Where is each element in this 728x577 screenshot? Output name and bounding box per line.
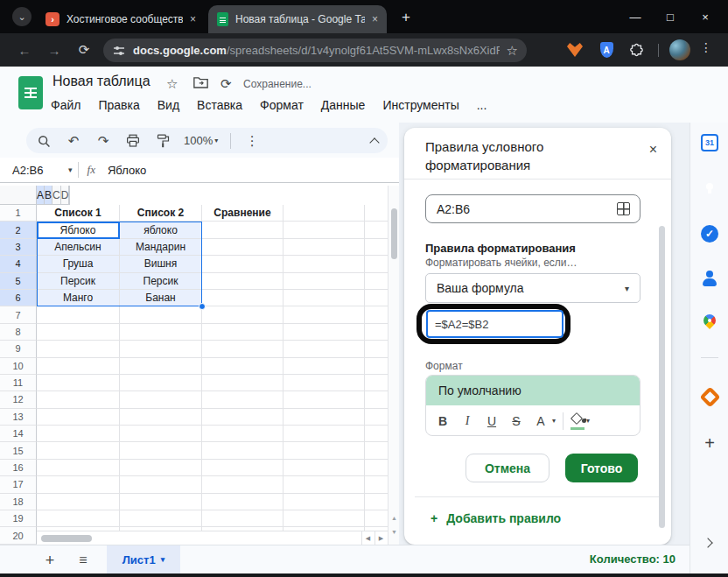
panel-scrollbar-thumb[interactable] <box>659 226 665 528</box>
cell[interactable] <box>202 306 284 323</box>
cell[interactable] <box>365 375 388 391</box>
condition-dropdown[interactable]: Ваша формула ▾ <box>425 273 640 303</box>
cell[interactable] <box>284 290 365 306</box>
cell[interactable]: Яблоко <box>37 222 120 238</box>
scroll-right-icon[interactable]: ▶ <box>374 531 387 545</box>
menu-item[interactable]: Вставка <box>197 98 242 112</box>
cell[interactable]: Апельсин <box>37 239 120 256</box>
cell[interactable] <box>37 341 120 357</box>
browser-tab-hosting[interactable]: › Хостинговое сообщество «Tim × <box>37 5 205 33</box>
row-header[interactable]: 13 <box>0 409 37 426</box>
cancel-button[interactable]: Отмена <box>466 454 550 482</box>
strikethrough-button[interactable]: S <box>505 410 528 433</box>
row-header[interactable]: 8 <box>0 324 37 341</box>
column-header[interactable]: A <box>37 186 45 205</box>
cell[interactable] <box>365 222 388 238</box>
row-header[interactable]: 1 <box>0 205 37 222</box>
move-to-folder-icon[interactable] <box>193 76 208 88</box>
cell[interactable] <box>365 205 388 222</box>
toolbar-more-kebab-icon[interactable]: ⋮ <box>243 132 261 150</box>
cell[interactable] <box>365 341 388 357</box>
sheet-tab-list1[interactable]: Лист1 ▾ <box>107 545 180 573</box>
cell[interactable] <box>120 442 202 459</box>
add-sheet-button[interactable]: + <box>39 550 60 571</box>
row-header[interactable]: 5 <box>0 273 37 290</box>
cell[interactable]: Персик <box>120 273 202 290</box>
hide-side-panel-chevron-icon[interactable] <box>703 538 713 548</box>
cell[interactable] <box>37 426 120 442</box>
cell[interactable] <box>365 460 388 476</box>
row-header[interactable]: 7 <box>0 306 37 323</box>
cell[interactable] <box>202 358 284 375</box>
cell[interactable] <box>37 476 120 493</box>
text-color-button[interactable]: A <box>529 410 552 433</box>
cell[interactable] <box>284 391 365 408</box>
cell[interactable] <box>202 460 284 476</box>
name-box[interactable]: A2:B6 <box>0 164 66 177</box>
url-field[interactable]: docs.google.com/spreadsheets/d/1v4ynolgf… <box>103 39 527 62</box>
cell[interactable] <box>37 391 120 408</box>
cell[interactable] <box>202 476 284 493</box>
cell[interactable] <box>365 476 388 493</box>
extensions-button[interactable] <box>626 40 646 60</box>
cell[interactable] <box>365 239 388 256</box>
metamask-extension-button[interactable] <box>565 40 584 60</box>
select-all-corner[interactable] <box>0 186 37 205</box>
cell[interactable] <box>284 442 365 459</box>
cell[interactable] <box>120 391 202 408</box>
cell[interactable]: Вишня <box>120 256 202 272</box>
menu-item[interactable]: Данные <box>321 98 366 112</box>
tasks-icon[interactable]: ✓ <box>701 225 718 243</box>
cell[interactable]: Манго <box>37 290 120 306</box>
cell[interactable] <box>120 341 202 357</box>
star-document-icon[interactable]: ☆ <box>166 76 178 92</box>
tab-search-button[interactable]: ⌄ <box>12 7 32 26</box>
cell[interactable] <box>120 324 202 341</box>
cell[interactable] <box>284 358 365 375</box>
cell[interactable] <box>365 442 388 459</box>
cell[interactable] <box>365 391 388 408</box>
row-header[interactable]: 14 <box>0 426 37 442</box>
caret-down-icon[interactable]: ▾ <box>586 417 590 425</box>
horizontal-scrollbar-thumb[interactable] <box>41 535 92 542</box>
row-header[interactable]: 6 <box>0 290 37 306</box>
cell[interactable] <box>284 205 365 222</box>
vertical-scrollbar-thumb[interactable] <box>391 208 397 259</box>
sheets-logo-icon[interactable] <box>18 76 43 109</box>
row-header[interactable]: 2 <box>0 222 37 238</box>
cell[interactable] <box>202 442 284 459</box>
cell[interactable]: Персик <box>37 273 120 290</box>
row-header[interactable]: 12 <box>0 391 37 408</box>
row-header[interactable]: 15 <box>0 442 37 459</box>
cell[interactable] <box>202 222 284 238</box>
calendar-icon[interactable]: 31 <box>701 134 718 151</box>
collapse-toolbar-chevron-icon[interactable] <box>369 136 380 146</box>
cell[interactable] <box>365 273 388 290</box>
range-input[interactable]: A2:B6 <box>425 194 640 223</box>
adguard-extension-button[interactable]: A <box>597 40 616 60</box>
cell[interactable] <box>37 460 120 476</box>
cell[interactable] <box>37 510 120 527</box>
tab-close-icon[interactable]: × <box>372 13 378 25</box>
browser-profile-avatar[interactable] <box>669 39 690 60</box>
cell[interactable] <box>202 256 284 272</box>
cell[interactable] <box>120 476 202 493</box>
cell[interactable] <box>284 222 365 238</box>
cell[interactable] <box>284 273 365 290</box>
formula-input[interactable]: Яблоко <box>108 164 146 177</box>
cell[interactable] <box>120 494 202 510</box>
cell[interactable] <box>37 324 120 341</box>
cell[interactable] <box>365 494 388 510</box>
get-addons-plus-icon[interactable]: + <box>701 434 718 452</box>
row-header[interactable]: 9 <box>0 341 37 357</box>
cell[interactable] <box>120 510 202 527</box>
cell[interactable]: Груша <box>37 256 120 272</box>
name-box-caret-icon[interactable]: ▾ <box>68 165 73 174</box>
cell[interactable] <box>284 256 365 272</box>
cell[interactable] <box>284 306 365 323</box>
row-header[interactable]: 11 <box>0 375 37 391</box>
vertical-scrollbar[interactable]: ▲ ▼ <box>388 186 399 545</box>
minimize-button[interactable]: — <box>618 11 653 24</box>
all-sheets-menu-icon[interactable]: ≡ <box>73 550 94 571</box>
addon-icon[interactable] <box>703 390 718 405</box>
